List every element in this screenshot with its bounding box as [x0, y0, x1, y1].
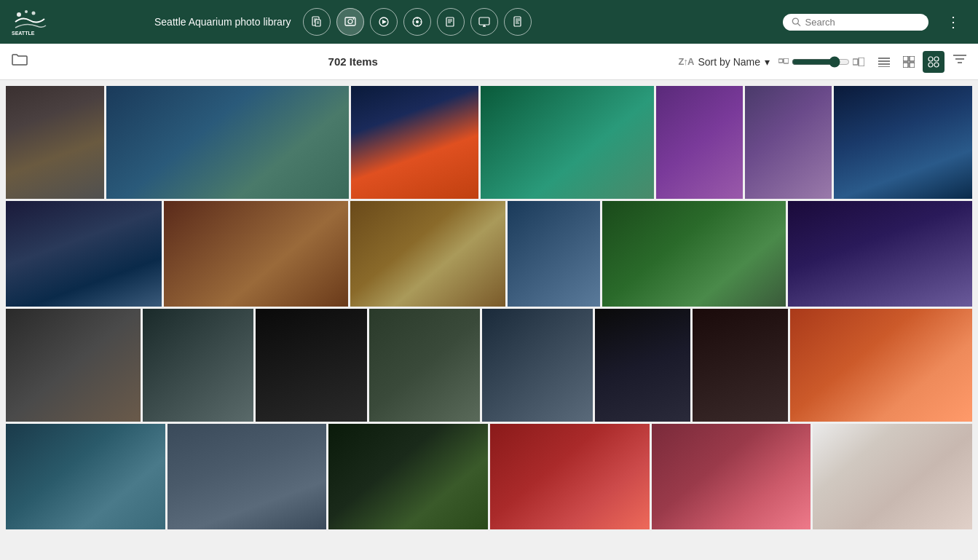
- svg-rect-23: [446, 17, 454, 26]
- gallery-item[interactable]: [652, 424, 811, 529]
- view-buttons: [873, 51, 945, 73]
- gallery-item[interactable]: [656, 86, 743, 199]
- gallery-item[interactable]: [482, 309, 593, 422]
- gallery-item[interactable]: [256, 309, 366, 422]
- sort-button[interactable]: Z↑A Sort by Name ▾: [679, 56, 770, 68]
- gallery-item[interactable]: [369, 309, 480, 422]
- pages-icon: [512, 16, 524, 28]
- nav-pages[interactable]: [504, 8, 532, 36]
- video-icon: [378, 16, 390, 28]
- svg-rect-49: [928, 56, 939, 68]
- gallery-item[interactable]: [490, 424, 650, 529]
- filter-button[interactable]: [953, 54, 966, 69]
- svg-point-18: [416, 20, 419, 23]
- gallery-item[interactable]: [693, 309, 788, 422]
- gallery-item[interactable]: [328, 424, 488, 529]
- gallery-item[interactable]: [813, 424, 972, 529]
- svg-rect-27: [479, 17, 489, 25]
- view-large-grid-button[interactable]: [923, 51, 945, 73]
- item-count: 702 Items: [36, 55, 670, 68]
- svg-text:SEATTLE: SEATTLE: [12, 31, 35, 36]
- gallery-item[interactable]: [6, 424, 165, 529]
- gallery-item[interactable]: [351, 86, 478, 199]
- sort-dropdown-icon: ▾: [765, 56, 770, 68]
- search-input[interactable]: [805, 17, 920, 28]
- folder-svg: [12, 53, 28, 66]
- svg-point-1: [25, 10, 28, 13]
- nav-audio[interactable]: [403, 8, 431, 36]
- app-header: SEATTLE AQUARIUM Seattle Aquarium photo …: [0, 0, 978, 44]
- gallery-item[interactable]: [508, 201, 599, 307]
- search-box[interactable]: [783, 14, 928, 31]
- grid-view-icon: [903, 56, 915, 68]
- documents-icon: [311, 16, 323, 28]
- large-grid-view-icon: [928, 56, 939, 68]
- gallery-item[interactable]: [350, 201, 506, 307]
- view-grid-button[interactable]: [898, 51, 920, 73]
- svg-point-14: [352, 18, 354, 20]
- sort-label: Sort by Name: [698, 56, 760, 68]
- gallery-item[interactable]: [6, 86, 104, 199]
- svg-marker-16: [382, 20, 387, 24]
- svg-point-51: [934, 57, 939, 61]
- zoom-slider[interactable]: [792, 56, 850, 68]
- gallery-item[interactable]: [6, 309, 141, 422]
- seattle-aquarium-logo: SEATTLE AQUARIUM: [12, 7, 48, 36]
- files-icon: [445, 16, 457, 28]
- header-nav: [303, 8, 771, 36]
- nav-photos[interactable]: [336, 8, 364, 36]
- svg-point-52: [928, 63, 933, 67]
- view-list-button[interactable]: [873, 51, 895, 73]
- nav-files[interactable]: [437, 8, 465, 36]
- svg-point-50: [928, 57, 933, 61]
- nav-documents[interactable]: [303, 8, 331, 36]
- zoom-max-icon: [853, 58, 864, 66]
- svg-rect-37: [778, 59, 783, 63]
- gallery-item[interactable]: [481, 86, 654, 199]
- gallery: [0, 80, 978, 560]
- photos-icon: [344, 16, 356, 28]
- gallery-item[interactable]: [602, 201, 786, 307]
- nav-video[interactable]: [370, 8, 398, 36]
- gallery-item[interactable]: [164, 201, 348, 307]
- svg-point-0: [17, 12, 21, 17]
- more-options-button[interactable]: ⋮: [940, 10, 966, 33]
- gallery-item[interactable]: [790, 309, 972, 422]
- zoom-min-icon: [778, 58, 789, 66]
- gallery-item[interactable]: [834, 86, 972, 199]
- sort-az-icon: Z↑A: [679, 56, 694, 67]
- nav-screen[interactable]: [470, 8, 498, 36]
- svg-point-2: [32, 12, 36, 15]
- svg-rect-45: [903, 56, 908, 61]
- search-icon: [792, 17, 801, 27]
- gallery-item[interactable]: [6, 201, 162, 307]
- gallery-item[interactable]: [788, 201, 972, 307]
- gallery-item[interactable]: [595, 309, 690, 422]
- svg-line-36: [798, 23, 800, 25]
- svg-rect-47: [903, 63, 908, 68]
- zoom-control[interactable]: [778, 56, 864, 68]
- header-title: Seattle Aquarium photo library: [154, 16, 291, 28]
- gallery-item[interactable]: [143, 309, 253, 422]
- svg-point-53: [934, 63, 939, 67]
- screen-icon: [478, 16, 490, 28]
- svg-rect-48: [910, 63, 915, 68]
- svg-rect-46: [910, 56, 915, 61]
- list-view-icon: [878, 57, 890, 67]
- svg-point-13: [348, 20, 352, 24]
- folder-icon[interactable]: [12, 53, 28, 70]
- gallery-item[interactable]: [167, 424, 327, 529]
- toolbar: 702 Items Z↑A Sort by Name ▾: [0, 44, 978, 80]
- audio-icon: [411, 16, 423, 28]
- gallery-item[interactable]: [106, 86, 349, 199]
- logo-area: SEATTLE AQUARIUM: [12, 7, 143, 36]
- svg-rect-38: [784, 58, 789, 63]
- filter-icon: [953, 54, 966, 66]
- svg-rect-39: [853, 59, 858, 65]
- gallery-item[interactable]: [745, 86, 832, 199]
- svg-rect-40: [859, 58, 864, 66]
